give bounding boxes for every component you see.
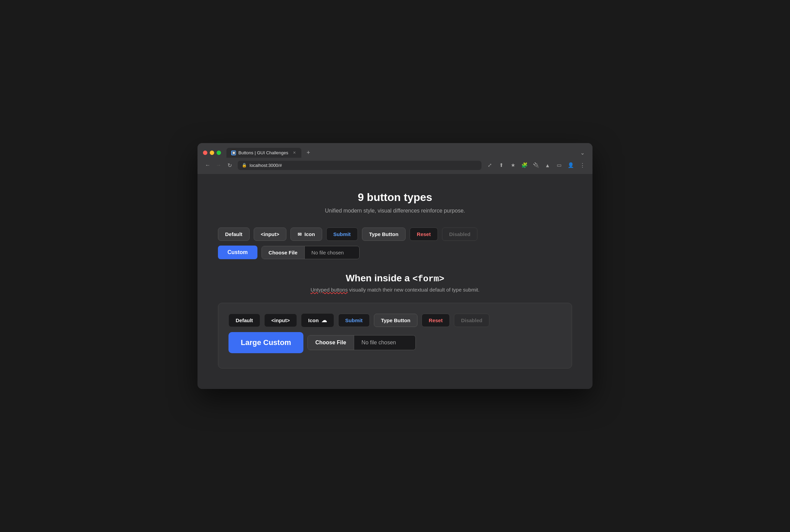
browser-toolbar: ← → ↻ 🔒 localhost:3000/# ⤢ ⬆ ★ 🧩 🔌 ▲ ▭ 👤… bbox=[198, 158, 592, 174]
active-tab[interactable]: 🔲 Buttons | GUI Challenges ✕ bbox=[226, 148, 301, 158]
puzzle-icon[interactable]: 🔌 bbox=[531, 160, 541, 170]
cloud-icon: ☁ bbox=[321, 317, 327, 324]
section2-disabled-button: Disabled bbox=[454, 314, 490, 327]
tab-favicon-icon: 🔲 bbox=[231, 151, 236, 155]
section2-submit-button[interactable]: Submit bbox=[338, 314, 370, 327]
icon-button-label: Icon bbox=[304, 231, 315, 237]
section1-button-row: Default <input> ✉ Icon Submit Type Butto… bbox=[218, 228, 572, 241]
tab-close-button[interactable]: ✕ bbox=[292, 151, 297, 155]
file-name-display: No file chosen bbox=[305, 246, 359, 259]
profile-icon[interactable]: ▲ bbox=[543, 160, 552, 170]
default-button[interactable]: Default bbox=[218, 228, 250, 241]
section2-icon-button-label: Icon bbox=[308, 317, 319, 323]
type-button-button[interactable]: Type Button bbox=[362, 228, 406, 241]
section2-choose-file-button[interactable]: Choose File bbox=[308, 335, 354, 350]
form-section-title-code: <form> bbox=[412, 274, 444, 284]
extensions-icon[interactable]: 🧩 bbox=[520, 160, 529, 170]
back-button[interactable]: ← bbox=[203, 160, 212, 170]
close-window-button[interactable] bbox=[203, 151, 207, 155]
submit-button[interactable]: Submit bbox=[326, 228, 358, 241]
bookmark-icon[interactable]: ★ bbox=[508, 160, 518, 170]
subtitle-rest: visually match their new contextual defa… bbox=[348, 287, 479, 293]
disabled-button: Disabled bbox=[442, 228, 478, 241]
browser-window: 🔲 Buttons | GUI Challenges ✕ + ⌄ ← → ↻ 🔒… bbox=[198, 143, 592, 389]
address-text: localhost:3000/# bbox=[250, 163, 282, 168]
chevron-down-icon[interactable]: ⌄ bbox=[578, 148, 587, 158]
page-header: 9 button types Unified modern style, vis… bbox=[218, 191, 572, 214]
new-tab-button[interactable]: + bbox=[303, 148, 313, 158]
section2-button-row: Default <input> Icon ☁ Submit Type Butto… bbox=[228, 313, 562, 327]
share-icon[interactable]: ⬆ bbox=[496, 160, 506, 170]
browser-titlebar: 🔲 Buttons | GUI Challenges ✕ + ⌄ bbox=[198, 143, 592, 158]
section2-custom-row: Large Custom Choose File No file chosen bbox=[228, 332, 562, 353]
tab-bar: 🔲 Buttons | GUI Challenges ✕ + bbox=[226, 148, 575, 158]
mail-icon: ✉ bbox=[298, 232, 302, 237]
toolbar-actions: ⤢ ⬆ ★ 🧩 🔌 ▲ ▭ 👤 ⋮ bbox=[485, 160, 587, 170]
lock-icon: 🔒 bbox=[242, 163, 247, 168]
traffic-lights bbox=[203, 151, 221, 155]
browser-controls: 🔲 Buttons | GUI Challenges ✕ + ⌄ bbox=[203, 148, 587, 158]
large-custom-button[interactable]: Large Custom bbox=[228, 332, 303, 353]
input-button[interactable]: <input> bbox=[254, 228, 286, 241]
maximize-window-button[interactable] bbox=[217, 151, 221, 155]
forward-button[interactable]: → bbox=[214, 160, 223, 170]
subtitle-untyped: Untyped buttons bbox=[311, 287, 348, 293]
section2-header: When inside a <form> Untyped buttons vis… bbox=[218, 273, 572, 293]
page-content: 9 button types Unified modern style, vis… bbox=[198, 174, 592, 389]
section1-custom-row: Custom Choose File No file chosen bbox=[218, 246, 572, 259]
section2-reset-button[interactable]: Reset bbox=[422, 314, 450, 327]
page-subtitle: Unified modern style, visual differences… bbox=[218, 208, 572, 214]
reload-button[interactable]: ↻ bbox=[225, 160, 234, 170]
section2-default-button[interactable]: Default bbox=[228, 314, 260, 327]
tab-title: Buttons | GUI Challenges bbox=[238, 150, 288, 155]
form-section-title-text: When inside a bbox=[346, 273, 412, 283]
section2-file-input-wrapper[interactable]: Choose File No file chosen bbox=[307, 335, 416, 350]
external-link-icon[interactable]: ⤢ bbox=[485, 160, 494, 170]
address-bar[interactable]: 🔒 localhost:3000/# bbox=[238, 161, 481, 170]
form-section-subtitle: Untyped buttons visually match their new… bbox=[218, 287, 572, 293]
custom-button[interactable]: Custom bbox=[218, 246, 257, 259]
icon-button[interactable]: ✉ Icon bbox=[290, 228, 322, 241]
choose-file-button[interactable]: Choose File bbox=[262, 246, 305, 259]
more-options-icon[interactable]: ⋮ bbox=[578, 160, 587, 170]
form-container: Default <input> Icon ☁ Submit Type Butto… bbox=[218, 303, 572, 369]
section2-type-button-button[interactable]: Type Button bbox=[374, 314, 417, 327]
minimize-window-button[interactable] bbox=[210, 151, 214, 155]
section2-input-button[interactable]: <input> bbox=[264, 314, 297, 327]
avatar-icon[interactable]: 👤 bbox=[566, 160, 575, 170]
section2-icon-button[interactable]: Icon ☁ bbox=[301, 313, 334, 327]
nav-buttons: ← → ↻ bbox=[203, 160, 234, 170]
page-title: 9 button types bbox=[218, 191, 572, 204]
section2-file-name-display: No file chosen bbox=[354, 335, 415, 350]
sidebar-icon[interactable]: ▭ bbox=[554, 160, 564, 170]
form-section-title: When inside a <form> bbox=[218, 273, 572, 284]
file-input-wrapper[interactable]: Choose File No file chosen bbox=[262, 246, 360, 259]
reset-button[interactable]: Reset bbox=[410, 228, 438, 241]
